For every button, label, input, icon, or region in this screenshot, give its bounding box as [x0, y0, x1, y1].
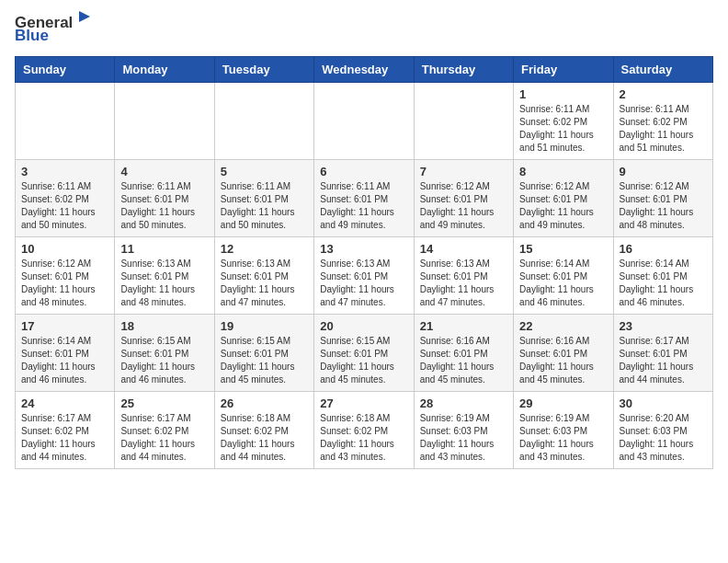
day-info: Sunrise: 6:12 AM Sunset: 6:01 PM Dayligh…	[620, 180, 707, 232]
day-info: Sunrise: 6:19 AM Sunset: 6:03 PM Dayligh…	[519, 412, 607, 464]
calendar-cell: 4Sunrise: 6:11 AM Sunset: 6:01 PM Daylig…	[115, 160, 214, 237]
calendar-cell	[314, 83, 414, 160]
calendar-cell: 16Sunrise: 6:14 AM Sunset: 6:01 PM Dayli…	[613, 237, 712, 315]
day-info: Sunrise: 6:16 AM Sunset: 6:01 PM Dayligh…	[420, 335, 507, 386]
weekday-header-friday: Friday	[514, 57, 613, 83]
calendar-cell: 19Sunrise: 6:15 AM Sunset: 6:01 PM Dayli…	[214, 315, 313, 392]
day-number: 18	[120, 319, 208, 333]
day-info: Sunrise: 6:16 AM Sunset: 6:01 PM Dayligh…	[519, 335, 607, 386]
calendar-cell: 27Sunrise: 6:18 AM Sunset: 6:02 PM Dayli…	[314, 392, 414, 469]
day-number: 26	[221, 396, 308, 410]
day-info: Sunrise: 6:11 AM Sunset: 6:02 PM Dayligh…	[21, 180, 108, 232]
calendar-cell: 12Sunrise: 6:13 AM Sunset: 6:01 PM Dayli…	[214, 237, 313, 315]
logo-blue: Blue	[15, 27, 49, 45]
calendar-cell: 15Sunrise: 6:14 AM Sunset: 6:01 PM Dayli…	[514, 237, 613, 315]
day-info: Sunrise: 6:13 AM Sunset: 6:01 PM Dayligh…	[320, 258, 407, 309]
day-info: Sunrise: 6:17 AM Sunset: 6:01 PM Dayligh…	[620, 335, 707, 386]
weekday-header-row: SundayMondayTuesdayWednesdayThursdayFrid…	[16, 57, 713, 83]
day-number: 22	[519, 319, 607, 333]
calendar-cell: 26Sunrise: 6:18 AM Sunset: 6:02 PM Dayli…	[214, 392, 313, 469]
day-number: 5	[221, 165, 308, 178]
day-number: 28	[420, 396, 507, 410]
calendar-cell: 29Sunrise: 6:19 AM Sunset: 6:03 PM Dayli…	[514, 392, 613, 469]
calendar-cell: 28Sunrise: 6:19 AM Sunset: 6:03 PM Dayli…	[414, 392, 513, 469]
day-number: 27	[320, 396, 407, 410]
calendar-cell: 24Sunrise: 6:17 AM Sunset: 6:02 PM Dayli…	[16, 392, 115, 469]
calendar-cell: 3Sunrise: 6:11 AM Sunset: 6:02 PM Daylig…	[16, 160, 115, 237]
svg-marker-0	[79, 11, 90, 22]
day-number: 23	[620, 319, 707, 333]
calendar-cell: 18Sunrise: 6:15 AM Sunset: 6:01 PM Dayli…	[115, 315, 214, 392]
day-number: 4	[120, 165, 208, 178]
day-info: Sunrise: 6:12 AM Sunset: 6:01 PM Dayligh…	[519, 180, 607, 232]
calendar-cell: 22Sunrise: 6:16 AM Sunset: 6:01 PM Dayli…	[514, 315, 613, 392]
logo-arrow-icon	[72, 9, 92, 29]
day-number: 9	[620, 165, 707, 178]
day-number: 1	[519, 87, 607, 101]
calendar-cell	[16, 83, 115, 160]
day-info: Sunrise: 6:12 AM Sunset: 6:01 PM Dayligh…	[420, 180, 507, 232]
day-info: Sunrise: 6:13 AM Sunset: 6:01 PM Dayligh…	[120, 258, 208, 309]
day-info: Sunrise: 6:17 AM Sunset: 6:02 PM Dayligh…	[21, 412, 108, 464]
weekday-header-monday: Monday	[115, 57, 214, 83]
calendar-cell: 8Sunrise: 6:12 AM Sunset: 6:01 PM Daylig…	[514, 160, 613, 237]
day-info: Sunrise: 6:12 AM Sunset: 6:01 PM Dayligh…	[21, 258, 108, 309]
day-number: 14	[420, 242, 507, 256]
calendar-cell: 11Sunrise: 6:13 AM Sunset: 6:01 PM Dayli…	[115, 237, 214, 315]
calendar-cell: 10Sunrise: 6:12 AM Sunset: 6:01 PM Dayli…	[16, 237, 115, 315]
calendar-cell: 17Sunrise: 6:14 AM Sunset: 6:01 PM Dayli…	[16, 315, 115, 392]
day-info: Sunrise: 6:14 AM Sunset: 6:01 PM Dayligh…	[519, 258, 607, 309]
calendar-cell: 13Sunrise: 6:13 AM Sunset: 6:01 PM Dayli…	[314, 237, 414, 315]
calendar-cell: 9Sunrise: 6:12 AM Sunset: 6:01 PM Daylig…	[613, 160, 712, 237]
day-info: Sunrise: 6:11 AM Sunset: 6:01 PM Dayligh…	[120, 180, 208, 232]
calendar-cell	[414, 83, 513, 160]
weekday-header-thursday: Thursday	[414, 57, 513, 83]
day-number: 25	[120, 396, 208, 410]
day-number: 2	[620, 87, 707, 101]
calendar-cell: 23Sunrise: 6:17 AM Sunset: 6:01 PM Dayli…	[613, 315, 712, 392]
day-number: 3	[21, 165, 108, 178]
weekday-header-wednesday: Wednesday	[314, 57, 414, 83]
day-info: Sunrise: 6:19 AM Sunset: 6:03 PM Dayligh…	[420, 412, 507, 464]
calendar-cell: 25Sunrise: 6:17 AM Sunset: 6:02 PM Dayli…	[115, 392, 214, 469]
day-number: 16	[620, 242, 707, 256]
day-number: 21	[420, 319, 507, 333]
day-number: 10	[21, 242, 108, 256]
day-info: Sunrise: 6:14 AM Sunset: 6:01 PM Dayligh…	[620, 258, 707, 309]
day-number: 15	[519, 242, 607, 256]
calendar-cell: 7Sunrise: 6:12 AM Sunset: 6:01 PM Daylig…	[414, 160, 513, 237]
calendar-cell	[214, 83, 313, 160]
day-number: 13	[320, 242, 407, 256]
calendar-week-4: 17Sunrise: 6:14 AM Sunset: 6:01 PM Dayli…	[16, 315, 713, 392]
day-number: 20	[320, 319, 407, 333]
day-number: 19	[221, 319, 308, 333]
day-info: Sunrise: 6:13 AM Sunset: 6:01 PM Dayligh…	[420, 258, 507, 309]
calendar-week-5: 24Sunrise: 6:17 AM Sunset: 6:02 PM Dayli…	[16, 392, 713, 469]
day-info: Sunrise: 6:15 AM Sunset: 6:01 PM Dayligh…	[120, 335, 208, 386]
calendar-cell: 2Sunrise: 6:11 AM Sunset: 6:02 PM Daylig…	[613, 83, 712, 160]
calendar-cell: 14Sunrise: 6:13 AM Sunset: 6:01 PM Dayli…	[414, 237, 513, 315]
logo-area: General Blue	[15, 15, 92, 45]
calendar-cell: 1Sunrise: 6:11 AM Sunset: 6:02 PM Daylig…	[514, 83, 613, 160]
day-info: Sunrise: 6:13 AM Sunset: 6:01 PM Dayligh…	[221, 258, 308, 309]
calendar-cell: 20Sunrise: 6:15 AM Sunset: 6:01 PM Dayli…	[314, 315, 414, 392]
calendar-week-1: 1Sunrise: 6:11 AM Sunset: 6:02 PM Daylig…	[16, 83, 713, 160]
day-info: Sunrise: 6:15 AM Sunset: 6:01 PM Dayligh…	[221, 335, 308, 386]
day-number: 29	[519, 396, 607, 410]
day-info: Sunrise: 6:14 AM Sunset: 6:01 PM Dayligh…	[21, 335, 108, 386]
day-number: 24	[21, 396, 108, 410]
day-info: Sunrise: 6:20 AM Sunset: 6:03 PM Dayligh…	[620, 412, 707, 464]
day-info: Sunrise: 6:17 AM Sunset: 6:02 PM Dayligh…	[120, 412, 208, 464]
weekday-header-saturday: Saturday	[613, 57, 712, 83]
day-info: Sunrise: 6:18 AM Sunset: 6:02 PM Dayligh…	[320, 412, 407, 464]
calendar-cell: 21Sunrise: 6:16 AM Sunset: 6:01 PM Dayli…	[414, 315, 513, 392]
calendar-cell: 30Sunrise: 6:20 AM Sunset: 6:03 PM Dayli…	[613, 392, 712, 469]
calendar-week-3: 10Sunrise: 6:12 AM Sunset: 6:01 PM Dayli…	[16, 237, 713, 315]
calendar-table: SundayMondayTuesdayWednesdayThursdayFrid…	[15, 56, 713, 469]
day-info: Sunrise: 6:11 AM Sunset: 6:02 PM Dayligh…	[519, 103, 607, 155]
calendar-cell: 5Sunrise: 6:11 AM Sunset: 6:01 PM Daylig…	[214, 160, 313, 237]
day-number: 7	[420, 165, 507, 178]
calendar-week-2: 3Sunrise: 6:11 AM Sunset: 6:02 PM Daylig…	[16, 160, 713, 237]
day-number: 12	[221, 242, 308, 256]
day-number: 11	[120, 242, 208, 256]
